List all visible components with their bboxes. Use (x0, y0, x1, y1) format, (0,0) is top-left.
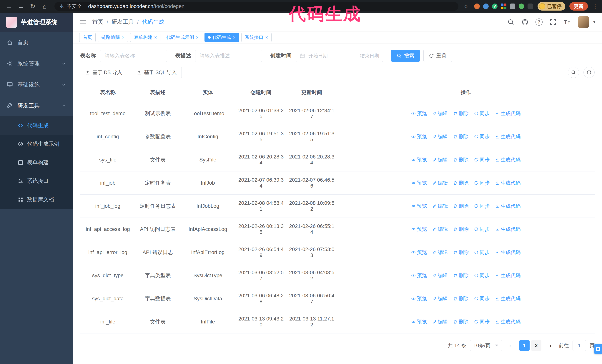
help-icon[interactable]: ? (536, 19, 543, 26)
sidebar-toggle-button[interactable] (79, 18, 87, 26)
action-delete-link[interactable]: 删除 (453, 133, 469, 140)
action-generate-link[interactable]: 生成代码 (495, 295, 521, 302)
action-preview-link[interactable]: 预览 (411, 180, 427, 186)
refresh-table-button[interactable] (583, 67, 595, 78)
table-desc-input[interactable] (195, 50, 262, 62)
action-sync-link[interactable]: 同步 (474, 203, 490, 209)
action-delete-link[interactable]: 删除 (453, 203, 469, 209)
browser-menu-icon[interactable]: ⋮ (592, 3, 598, 10)
browser-update-button[interactable]: 更新 (570, 2, 588, 10)
tab-close-icon[interactable]: × (122, 35, 124, 40)
action-generate-link[interactable]: 生成代码 (495, 133, 521, 140)
action-sync-link[interactable]: 同步 (474, 272, 490, 279)
import-sql-button[interactable]: 基于 SQL 导入 (132, 67, 182, 78)
sidebar-item-form-builder[interactable]: 表单构建 (0, 153, 73, 172)
action-edit-link[interactable]: 编辑 (432, 156, 448, 163)
home-button[interactable]: ⌂ (40, 3, 50, 10)
toggle-search-button[interactable] (568, 67, 579, 78)
page-number-button[interactable]: 1 (519, 340, 530, 351)
back-button[interactable]: ← (4, 3, 14, 10)
action-preview-link[interactable]: 预览 (411, 203, 427, 209)
tab-item[interactable]: 系统接口× (241, 33, 271, 42)
forward-button[interactable]: → (16, 3, 26, 10)
extension-icon[interactable] (501, 3, 506, 9)
action-edit-link[interactable]: 编辑 (432, 249, 448, 256)
action-sync-link[interactable]: 同步 (474, 249, 490, 256)
action-generate-link[interactable]: 生成代码 (495, 318, 521, 325)
extension-icon[interactable] (510, 3, 515, 9)
goto-page-input[interactable] (572, 340, 586, 351)
action-generate-link[interactable]: 生成代码 (495, 226, 521, 233)
action-generate-link[interactable]: 生成代码 (495, 272, 521, 279)
action-preview-link[interactable]: 预览 (411, 295, 427, 302)
extension-icon[interactable] (474, 3, 480, 9)
action-delete-link[interactable]: 删除 (453, 226, 469, 233)
bookmark-star-icon[interactable]: ☆ (463, 3, 469, 10)
sidebar-item-infra[interactable]: 基础设施 (0, 74, 73, 95)
action-preview-link[interactable]: 预览 (411, 133, 427, 140)
action-edit-link[interactable]: 编辑 (432, 110, 448, 117)
date-range-picker[interactable]: 开始日期 - 结束日期 (296, 50, 383, 62)
sidebar-item-codegen[interactable]: 代码生成 (0, 116, 73, 135)
extension-icon[interactable]: V (492, 3, 497, 9)
action-preview-link[interactable]: 预览 (411, 226, 427, 233)
sidebar-item-devtools[interactable]: 研发工具 (0, 95, 73, 116)
header-search-icon[interactable] (507, 19, 514, 26)
action-edit-link[interactable]: 编辑 (432, 203, 448, 209)
action-preview-link[interactable]: 预览 (411, 156, 427, 163)
action-delete-link[interactable]: 删除 (453, 295, 469, 302)
action-generate-link[interactable]: 生成代码 (495, 110, 521, 117)
action-delete-link[interactable]: 删除 (453, 180, 469, 186)
action-sync-link[interactable]: 同步 (474, 133, 490, 140)
tab-close-icon[interactable]: × (233, 35, 236, 40)
action-delete-link[interactable]: 删除 (453, 110, 469, 117)
action-sync-link[interactable]: 同步 (474, 180, 490, 186)
tab-close-icon[interactable]: × (196, 35, 199, 40)
tab-item[interactable]: 代码生成示例× (163, 33, 202, 42)
reset-button[interactable]: 重置 (423, 50, 452, 62)
action-preview-link[interactable]: 预览 (411, 249, 427, 256)
action-preview-link[interactable]: 预览 (411, 110, 427, 117)
action-preview-link[interactable]: 预览 (411, 272, 427, 279)
action-delete-link[interactable]: 删除 (453, 249, 469, 256)
github-icon[interactable] (521, 19, 528, 26)
page-size-select[interactable]: 10条/页 (470, 340, 502, 351)
tab-close-icon[interactable]: × (265, 35, 268, 40)
font-size-icon[interactable]: TT (564, 19, 571, 26)
action-delete-link[interactable]: 删除 (453, 156, 469, 163)
extension-icon[interactable] (527, 3, 533, 9)
next-page-button[interactable]: › (546, 340, 555, 351)
action-sync-link[interactable]: 同步 (474, 226, 490, 233)
tab-item[interactable]: 表单构建× (130, 33, 161, 42)
action-edit-link[interactable]: 编辑 (432, 272, 448, 279)
avatar-caret-icon[interactable]: ▾ (593, 20, 595, 24)
user-avatar[interactable] (578, 16, 589, 28)
tab-item[interactable]: 代码生成× (204, 33, 239, 42)
table-name-input[interactable] (100, 50, 167, 62)
sidebar-item-system[interactable]: 系统管理 (0, 53, 73, 74)
extension-icon[interactable] (483, 3, 489, 9)
breadcrumb-item[interactable]: 研发工具 (111, 18, 134, 26)
action-generate-link[interactable]: 生成代码 (495, 156, 521, 163)
action-edit-link[interactable]: 编辑 (432, 318, 448, 325)
action-delete-link[interactable]: 删除 (453, 318, 469, 325)
action-sync-link[interactable]: 同步 (474, 156, 490, 163)
action-edit-link[interactable]: 编辑 (432, 295, 448, 302)
action-edit-link[interactable]: 编辑 (432, 133, 448, 140)
sidebar-item-api[interactable]: 系统接口 (0, 172, 73, 190)
action-sync-link[interactable]: 同步 (474, 295, 490, 302)
breadcrumb-item[interactable]: 首页 (92, 18, 103, 26)
action-edit-link[interactable]: 编辑 (432, 226, 448, 233)
reload-button[interactable]: ↻ (28, 3, 38, 10)
sidebar-item-codegen-example[interactable]: 代码生成示例 (0, 135, 73, 153)
action-generate-link[interactable]: 生成代码 (495, 203, 521, 209)
action-sync-link[interactable]: 同步 (474, 318, 490, 325)
sidebar-item-db-doc[interactable]: 数据库文档 (0, 190, 73, 209)
import-db-button[interactable]: 基于 DB 导入 (80, 67, 127, 78)
action-delete-link[interactable]: 删除 (453, 272, 469, 279)
address-bar[interactable]: ⚠ 不安全 dashboard.yudao.iocoder.cn/tool/co… (54, 2, 458, 11)
page-number-button[interactable]: 2 (531, 340, 541, 351)
corner-widget[interactable] (594, 344, 602, 354)
action-generate-link[interactable]: 生成代码 (495, 180, 521, 186)
profile-chip[interactable]: 已暂停 (538, 2, 565, 10)
